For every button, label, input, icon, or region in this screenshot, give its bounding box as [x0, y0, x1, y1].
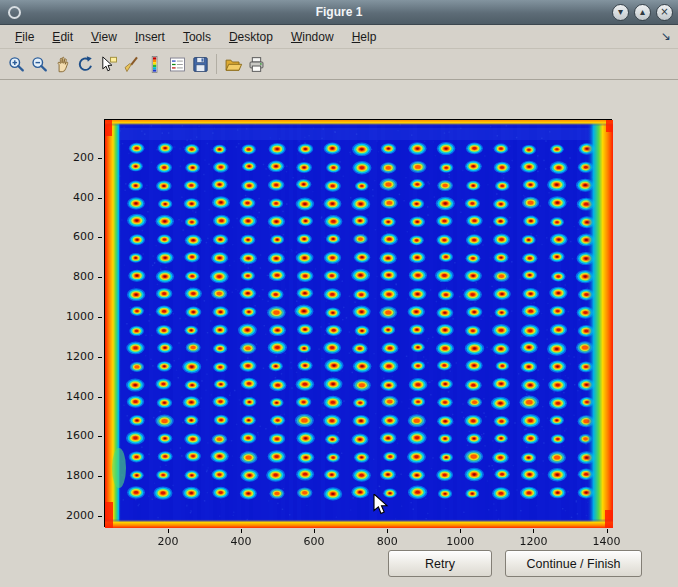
y-tick-label: 1000	[48, 310, 94, 323]
y-tick-mark	[98, 198, 102, 199]
figure-window: Figure 1 ▾ ▴ × FileEditViewInsertToolsDe…	[0, 0, 678, 587]
menu-item-edit[interactable]: Edit	[43, 26, 82, 48]
y-tick-mark	[98, 436, 102, 437]
y-tick-label: 200	[48, 151, 94, 164]
y-tick-label: 1800	[48, 469, 94, 482]
menu-item-tools[interactable]: Tools	[174, 26, 220, 48]
x-tick-mark	[460, 529, 461, 533]
pan-icon	[53, 55, 72, 74]
x-tick-mark	[607, 529, 608, 533]
open-icon	[224, 55, 243, 74]
zoom-in-icon	[7, 55, 26, 74]
brush-button[interactable]	[120, 52, 143, 76]
window-controls: ▾ ▴ ×	[612, 4, 673, 21]
zoom-out-button[interactable]	[28, 52, 51, 76]
save-button[interactable]	[189, 52, 212, 76]
y-tick-mark	[98, 476, 102, 477]
x-tick-mark	[533, 529, 534, 533]
menu-item-help[interactable]: Help	[343, 26, 386, 48]
data-cursor-icon	[99, 55, 118, 74]
dock-figure-icon[interactable]: ↘	[661, 29, 671, 43]
y-tick-mark	[98, 516, 102, 517]
y-tick-label: 1200	[48, 350, 94, 363]
minimize-button[interactable]: ▾	[612, 4, 629, 21]
y-tick-mark	[98, 397, 102, 398]
x-tick-label: 200	[148, 535, 188, 548]
window-titlebar[interactable]: Figure 1 ▾ ▴ ×	[0, 0, 678, 25]
continue-finish-button[interactable]: Continue / Finish	[505, 550, 642, 577]
legend-button[interactable]	[166, 52, 189, 76]
open-button[interactable]	[222, 52, 245, 76]
y-tick-label: 400	[48, 191, 94, 204]
figure-area: Retry Continue / Finish 2004006008001000…	[0, 80, 678, 587]
menu-item-insert[interactable]: Insert	[126, 26, 174, 48]
y-tick-mark	[98, 158, 102, 159]
rotate-3d-button[interactable]	[74, 52, 97, 76]
y-tick-mark	[98, 277, 102, 278]
menu-item-view[interactable]: View	[82, 26, 126, 48]
x-tick-mark	[241, 529, 242, 533]
mouse-cursor-icon	[373, 494, 389, 520]
menubar: FileEditViewInsertToolsDesktopWindowHelp…	[0, 25, 678, 49]
colorbar-button[interactable]	[143, 52, 166, 76]
zoom-in-button[interactable]	[5, 52, 28, 76]
x-tick-label: 1200	[513, 535, 553, 548]
print-icon	[247, 55, 266, 74]
window-title: Figure 1	[0, 5, 678, 19]
menu-item-file[interactable]: File	[6, 26, 43, 48]
y-tick-label: 1400	[48, 390, 94, 403]
heatmap-image[interactable]	[105, 120, 613, 528]
legend-icon	[168, 55, 187, 74]
y-tick-label: 800	[48, 270, 94, 283]
y-tick-mark	[98, 317, 102, 318]
y-tick-mark	[98, 237, 102, 238]
plot-axes[interactable]	[104, 119, 612, 527]
retry-button[interactable]: Retry	[388, 550, 492, 577]
print-button[interactable]	[245, 52, 268, 76]
x-tick-label: 600	[294, 535, 334, 548]
maximize-button[interactable]: ▴	[634, 4, 651, 21]
y-tick-label: 1600	[48, 429, 94, 442]
x-tick-mark	[387, 529, 388, 533]
x-tick-label: 1400	[587, 535, 627, 548]
colorbar-icon	[145, 55, 164, 74]
pan-button[interactable]	[51, 52, 74, 76]
y-tick-mark	[98, 357, 102, 358]
menu-item-window[interactable]: Window	[282, 26, 343, 48]
y-tick-label: 600	[48, 230, 94, 243]
rotate-3d-icon	[76, 55, 95, 74]
menu-item-desktop[interactable]: Desktop	[220, 26, 282, 48]
close-button[interactable]: ×	[656, 4, 673, 21]
brush-icon	[122, 55, 141, 74]
zoom-out-icon	[30, 55, 49, 74]
save-icon	[191, 55, 210, 74]
x-tick-mark	[314, 529, 315, 533]
x-tick-label: 400	[221, 535, 261, 548]
toolbar-separator	[216, 54, 217, 74]
x-tick-label: 800	[367, 535, 407, 548]
x-tick-mark	[168, 529, 169, 533]
toolbar	[0, 49, 678, 80]
data-cursor-button[interactable]	[97, 52, 120, 76]
y-tick-label: 2000	[48, 509, 94, 522]
menubar-items: FileEditViewInsertToolsDesktopWindowHelp	[6, 26, 385, 48]
x-tick-label: 1000	[440, 535, 480, 548]
